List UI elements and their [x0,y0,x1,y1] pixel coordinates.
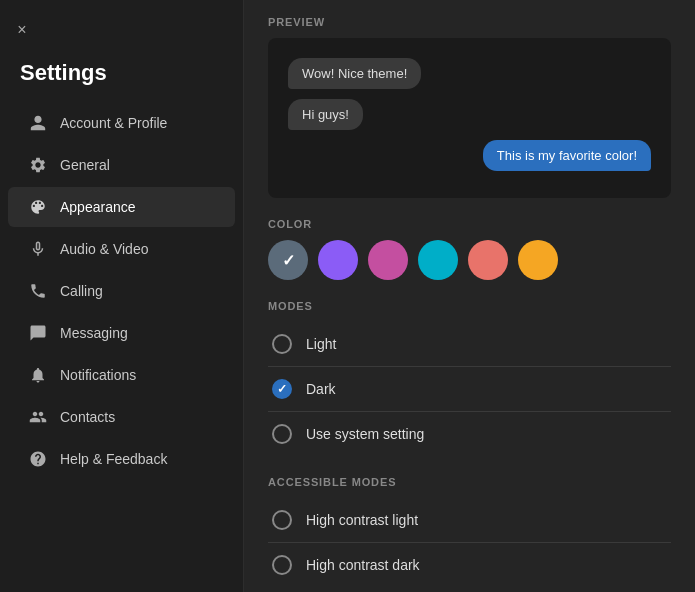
general-icon [28,155,48,175]
mode-system-radio[interactable] [272,424,292,444]
main-content: PREVIEW Wow! Nice theme! Hi guys! This i… [244,0,695,592]
sidebar-item-account-label: Account & Profile [60,115,167,131]
sidebar-item-help-label: Help & Feedback [60,451,167,467]
modes-section: MODES Light Dark Use system setting [268,300,671,456]
calling-icon [28,281,48,301]
sidebar-item-general[interactable]: General [8,145,235,185]
sidebar-item-help[interactable]: Help & Feedback [8,439,235,479]
sidebar-item-messaging-label: Messaging [60,325,128,341]
color-swatches [268,240,671,280]
color-swatch-magenta[interactable] [368,240,408,280]
mode-dark-label: Dark [306,381,336,397]
accessible-high-contrast-dark-radio[interactable] [272,555,292,575]
sidebar-item-appearance[interactable]: Appearance [8,187,235,227]
color-swatch-salmon[interactable] [468,240,508,280]
accessible-high-contrast-light-label: High contrast light [306,512,418,528]
mode-dark-radio[interactable] [272,379,292,399]
close-button[interactable]: × [8,16,36,44]
sidebar-item-appearance-label: Appearance [60,199,136,215]
preview-bubble-1: Wow! Nice theme! [288,58,421,89]
notifications-icon [28,365,48,385]
color-swatch-orange[interactable] [518,240,558,280]
accessible-high-contrast-light-radio[interactable] [272,510,292,530]
sidebar-item-general-label: General [60,157,110,173]
audio-icon [28,239,48,259]
sidebar-item-notifications-label: Notifications [60,367,136,383]
sidebar-item-account[interactable]: Account & Profile [8,103,235,143]
accessible-high-contrast-dark[interactable]: High contrast dark [268,543,671,587]
sidebar-item-calling-label: Calling [60,283,103,299]
account-icon [28,113,48,133]
mode-system-label: Use system setting [306,426,424,442]
mode-light-radio[interactable] [272,334,292,354]
accessible-label: ACCESSIBLE MODES [268,476,671,488]
preview-label: PREVIEW [268,16,671,28]
mode-light-label: Light [306,336,336,352]
preview-bubble-2: Hi guys! [288,99,363,130]
sidebar-item-notifications[interactable]: Notifications [8,355,235,395]
color-section: COLOR [268,218,671,280]
mode-dark[interactable]: Dark [268,367,671,412]
appearance-icon [28,197,48,217]
sidebar: × Settings Account & Profile General App… [0,0,244,592]
accessible-high-contrast-light[interactable]: High contrast light [268,498,671,543]
preview-bubble-3: This is my favorite color! [483,140,651,171]
sidebar-item-messaging[interactable]: Messaging [8,313,235,353]
settings-title: Settings [0,52,243,102]
color-label: COLOR [268,218,671,230]
color-swatch-purple[interactable] [318,240,358,280]
sidebar-item-calling[interactable]: Calling [8,271,235,311]
color-swatch-teal[interactable] [418,240,458,280]
sidebar-item-contacts-label: Contacts [60,409,115,425]
messaging-icon [28,323,48,343]
accessible-high-contrast-dark-label: High contrast dark [306,557,420,573]
modes-label: MODES [268,300,671,312]
mode-light[interactable]: Light [268,322,671,367]
contacts-icon [28,407,48,427]
color-swatch-default[interactable] [268,240,308,280]
close-icon: × [17,21,26,39]
preview-box: Wow! Nice theme! Hi guys! This is my fav… [268,38,671,198]
sidebar-item-audio-label: Audio & Video [60,241,148,257]
sidebar-item-audio[interactable]: Audio & Video [8,229,235,269]
help-icon [28,449,48,469]
sidebar-item-contacts[interactable]: Contacts [8,397,235,437]
mode-system[interactable]: Use system setting [268,412,671,456]
accessible-section: ACCESSIBLE MODES High contrast light Hig… [268,476,671,587]
